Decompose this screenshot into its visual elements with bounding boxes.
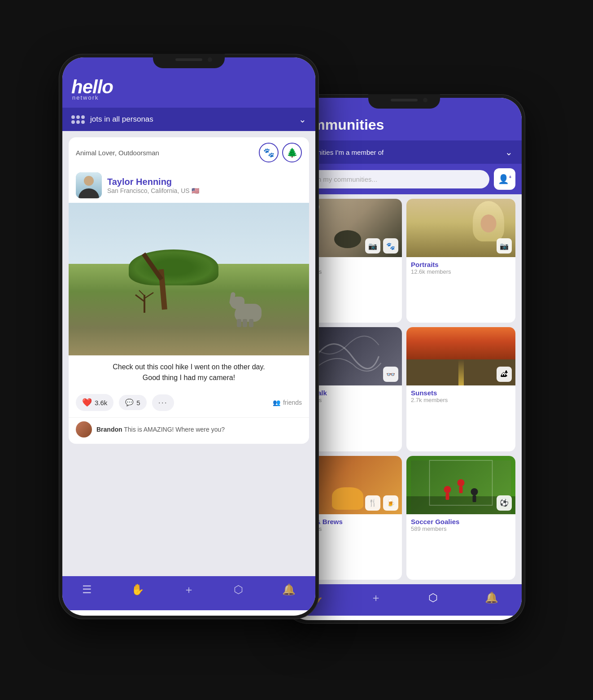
elephant-head (230, 297, 244, 309)
dead-tree-svg (131, 286, 158, 313)
portraits-cam-icon: 📷 (497, 238, 512, 254)
post-personas-label: Animal Lover, Outdoorsman (76, 149, 159, 157)
sunsets-info: Sunsets 2.7k members (406, 385, 515, 408)
portrait-face (481, 214, 497, 232)
nav-bell[interactable]: 🔔 (282, 583, 296, 596)
portraits-info: Portraits 12.6k members (406, 257, 515, 280)
community-card-soccer[interactable]: ⚽ Soccer Goalies 589 members (406, 456, 515, 580)
like-count: 3.6k (95, 399, 107, 407)
animal-lover-icon[interactable]: 🐾 (259, 143, 279, 162)
home-indicator-1 (162, 614, 216, 616)
nav-menu[interactable]: ☰ (82, 583, 92, 596)
outdoorsman-icon[interactable]: 🌲 (282, 143, 302, 162)
turtle-decoration (334, 230, 361, 248)
communities-grid: new 🐾 📷 Turtles members (287, 194, 522, 584)
feed-area: Animal Lover, Outdoorsman 🐾 🌲 (62, 131, 315, 576)
comment-button[interactable]: 💬 5 (119, 395, 146, 410)
sunsets-members: 2.7k members (411, 397, 511, 403)
heart-icon: ❤️ (82, 398, 92, 407)
elephant-leg1 (237, 319, 241, 327)
bottom-nav-1: ☰ ✋ ＋ ⬡ 🔔 (62, 576, 315, 610)
comment-icon: 💬 (125, 398, 134, 407)
post-actions: ❤️ 3.6k 💬 5 ··· 👥 friends (69, 389, 309, 417)
like-button[interactable]: ❤️ 3.6k (76, 394, 113, 411)
svg-rect-4 (459, 486, 463, 493)
nav-communities-2[interactable]: ⬡ (428, 591, 438, 604)
user-name[interactable]: Taylor Henning (107, 177, 199, 187)
communities-app: communities communities I'm a member of … (287, 98, 522, 620)
phone-screen-2: communities communities I'm a member of … (287, 98, 522, 620)
phone-1: hello network jots in all personas (59, 54, 319, 619)
comment-text: Brandon This is AMAZING! Where were you? (96, 426, 225, 433)
persona-bar[interactable]: jots in all personas ⌄ (62, 108, 315, 131)
caption-line2: Good thing I had my camera! (143, 374, 235, 381)
svg-point-1 (444, 486, 451, 493)
user-avatar[interactable] (76, 172, 102, 198)
camera-1 (208, 57, 212, 62)
elephant-leg2 (243, 319, 247, 327)
add-person-icon: 👤+ (498, 174, 512, 184)
hello-text: hello (71, 78, 306, 96)
elephant-leg3 (249, 319, 253, 327)
persona-label: jots in all personas (90, 115, 299, 124)
soccer-members: 589 members (411, 525, 511, 532)
persona-chevron-icon: ⌄ (299, 114, 306, 125)
phone-screen-1: hello network jots in all personas (62, 57, 315, 616)
nav-hand[interactable]: ✋ (131, 583, 144, 596)
comment-preview: Brandon This is AMAZING! Where were you? (69, 417, 309, 444)
bottom-nav-2: ✋ ＋ ⬡ 🔔 (287, 584, 522, 616)
phone-notch-1 (153, 54, 225, 68)
portraits-thumb: 📷 (406, 199, 515, 257)
comment-body: This is AMAZING! Where were you? (124, 426, 225, 433)
comment-count: 5 (136, 399, 140, 407)
camera-2 (423, 98, 427, 102)
fork-icon: 🍴 (365, 495, 380, 511)
search-input[interactable]: search my communities... (293, 170, 489, 188)
caption-line1: Check out this cool hike I went on the o… (113, 363, 265, 371)
speaker-1 (175, 58, 202, 61)
camera-icon: 📷 (365, 238, 380, 254)
persona-icons: 🐾 🌲 (259, 143, 302, 162)
community-card-portraits[interactable]: 📷 Portraits 12.6k members (406, 199, 515, 323)
portraits-members: 12.6k members (411, 268, 511, 275)
elephant (230, 295, 266, 322)
nav-bell-2[interactable]: 🔔 (485, 591, 498, 604)
soccer-info: Soccer Goalies 589 members (406, 514, 515, 537)
paw-icon: 🐾 (383, 238, 398, 254)
soccer-icon: ⚽ (497, 495, 512, 511)
portraits-name: Portraits (411, 261, 511, 268)
soccer-thumb: ⚽ (406, 456, 515, 514)
portrait-hair (473, 201, 504, 241)
svg-rect-2 (446, 493, 449, 500)
communities-filter[interactable]: communities I'm a member of ⌄ (287, 140, 522, 164)
svg-line-9 (144, 293, 153, 298)
search-bar-row: search my communities... 👤+ (287, 164, 522, 194)
speaker-2 (391, 99, 418, 101)
phone-notch-2 (368, 94, 440, 109)
svg-point-3 (458, 479, 465, 486)
post-user-row: Taylor Henning San Francisco, California… (69, 168, 309, 203)
filter-chevron-icon: ⌄ (505, 147, 513, 158)
more-options-button[interactable]: ··· (152, 394, 174, 411)
community-card-sunsets[interactable]: 🏕 Sunsets 2.7k members (406, 327, 515, 451)
sunsets-name: Sunsets (411, 389, 511, 397)
nav-add-2[interactable]: ＋ (371, 591, 381, 605)
hello-app: hello network jots in all personas (62, 57, 315, 616)
soccer-name: Soccer Goalies (411, 518, 511, 525)
svg-rect-6 (473, 495, 476, 502)
svg-line-8 (135, 295, 144, 302)
user-location: San Francisco, California, US 🇺🇸 (107, 187, 199, 194)
safari-scene (69, 203, 309, 355)
add-community-button[interactable]: 👤+ (494, 168, 515, 190)
food-blob (332, 487, 363, 510)
audience-label: 👥 friends (273, 399, 302, 406)
phone-2: communities communities I'm a member of … (283, 94, 525, 624)
road-stripe (458, 359, 464, 386)
nav-communities[interactable]: ⬡ (234, 583, 243, 596)
avatar-figure (76, 172, 102, 198)
audience-text: friends (283, 399, 302, 406)
nav-add[interactable]: ＋ (183, 582, 194, 597)
persona-dots (71, 115, 85, 124)
tent-icon: 🏕 (497, 367, 512, 382)
sunsets-thumb: 🏕 (406, 327, 515, 385)
